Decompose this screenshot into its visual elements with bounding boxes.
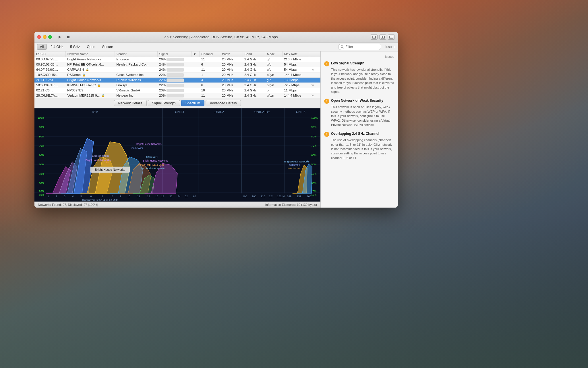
cell-width: 20 MHz: [220, 93, 243, 98]
cell-name: Bright House Networks: [65, 77, 115, 83]
close-button[interactable]: [37, 35, 41, 39]
col-header-channel[interactable]: Channel: [200, 51, 220, 57]
table-header-row: BSSID Network Name Vendor Signal ▼ Chann…: [34, 51, 320, 57]
x-unii3-149: 149: [287, 195, 291, 198]
cell-name: Bright House Networks: [65, 57, 115, 62]
cell-width: 20 MHz: [220, 72, 243, 77]
cell-vendor: Netgear Inc.: [115, 93, 157, 98]
cell-ht: [310, 88, 320, 93]
y-label-20-left: 20%: [39, 190, 44, 193]
cell-mode: b/g: [265, 62, 282, 67]
x-ism-7: 7: [102, 195, 103, 198]
cell-channel: 10: [200, 88, 220, 93]
col-header-maxrate[interactable]: Max Rate: [282, 51, 310, 57]
search-input[interactable]: [338, 44, 381, 50]
issue-desc: The use of overlapping channels (channel…: [324, 138, 394, 160]
x-unii2ext-124: 124: [269, 195, 273, 198]
cell-signal: 26%: [157, 57, 191, 62]
issues-panel-title: Issues: [324, 55, 394, 58]
col-header-sort[interactable]: ▼: [191, 51, 200, 57]
col-header-mode[interactable]: Mode: [265, 51, 282, 57]
x-unii-60: 60: [193, 195, 196, 198]
label-cablewifi: CableWiFi: [131, 147, 143, 150]
issues-list: ! Low Signal Strength This network has l…: [324, 61, 394, 160]
y-label-80-right: 80%: [311, 135, 316, 138]
cell-signal: 20%: [157, 93, 191, 98]
label-ericssonoffline: Ericsson Offline: [92, 154, 109, 157]
cell-sort: [191, 67, 200, 72]
table-row[interactable]: 00:9C:02:0B:... HP-Print-EE-Officejet 6.…: [34, 62, 320, 67]
maximize-button[interactable]: [48, 35, 52, 39]
y-label-10-right: 10%: [311, 193, 316, 196]
col-header-vendor[interactable]: Vendor: [115, 51, 157, 57]
search-wrap: [338, 44, 381, 50]
table-row[interactable]: 2C:5D:93:3... Bright House Networks Ruck…: [34, 77, 320, 83]
cell-bssid: 00:9C:02:0B:...: [34, 62, 65, 67]
status-right: Information Elements: 10 (139 bytes): [265, 203, 317, 206]
x-ism-12: 12: [147, 195, 150, 198]
tab-network-details[interactable]: Network Details: [114, 100, 147, 106]
tab-spectrum[interactable]: Spectrum: [181, 100, 204, 106]
cell-band: 2.4 GHz: [243, 83, 265, 88]
label-verizon: Verizon-MBR1515-9086: [138, 163, 165, 166]
cell-signal: 24%: [157, 67, 191, 72]
filter-24ghz-button[interactable]: 2.4 GHz: [47, 44, 66, 50]
col-header-band[interactable]: Band: [243, 51, 265, 57]
cell-channel: 11: [200, 93, 220, 98]
cell-ht: [310, 72, 320, 77]
filter-secure-button[interactable]: Secure: [99, 44, 116, 50]
x-unii2ext-140: 140: [281, 195, 285, 198]
col-header-bssid[interactable]: BSSID: [34, 51, 65, 57]
x-ism-10: 10: [127, 195, 130, 198]
x-ism-6: 6: [90, 195, 92, 198]
cell-name: KIMWHITAKER-PC 🔒: [65, 83, 115, 88]
play-icon[interactable]: [57, 34, 63, 40]
minimize-button[interactable]: [43, 35, 47, 39]
single-column-view-button[interactable]: [371, 34, 378, 40]
filter-5ghz-button[interactable]: 5 GHz: [67, 44, 83, 50]
cell-sort: [191, 77, 200, 83]
full-view-button[interactable]: [388, 34, 395, 40]
tab-advanced-details[interactable]: Advanced Details: [206, 100, 241, 106]
y-label-30-right: 30%: [311, 182, 316, 185]
tab-bar: Network Details Signal Strength Spectrum…: [34, 98, 320, 108]
col-header-signal[interactable]: Signal: [157, 51, 191, 57]
filter-open-button[interactable]: Open: [84, 44, 98, 50]
split-view-button[interactable]: [379, 34, 386, 40]
cell-width: 20 MHz: [220, 77, 243, 83]
network-table-wrapper[interactable]: BSSID Network Name Vendor Signal ▼ Chann…: [34, 51, 320, 98]
cell-mode: g/n: [265, 77, 282, 83]
y-label-10-left: 10%: [39, 193, 44, 196]
label-bhn-secure2: BHN Secure: [288, 167, 301, 170]
col-header-width[interactable]: Width: [220, 51, 243, 57]
cell-maxrate: 72.2 Mbps: [282, 83, 310, 88]
cell-band: 2.4 GHz: [243, 88, 265, 93]
y-label-100-right: 100%: [311, 116, 318, 119]
issue-item-low-signal: ! Low Signal Strength This network has l…: [324, 61, 394, 94]
cell-bssid: 28:C6:8E:7A:...: [34, 93, 65, 98]
cell-vendor: [115, 67, 157, 72]
y-label-60-left: 60%: [39, 154, 44, 156]
table-row[interactable]: 10:8C:CF:45:... RSDemo 🔒 Cisco Systems I…: [34, 72, 320, 77]
x-ism-3: 3: [64, 195, 65, 198]
table-row[interactable]: 58:6D:8F:13:... KIMWHITAKER-PC 🔒 Linksys…: [34, 83, 320, 88]
filterbar: All 2.4 GHz 5 GHz Open Secure Issues: [34, 43, 398, 51]
cell-name: Verizon-MBR1515-9... 🔒: [65, 93, 115, 98]
stop-icon[interactable]: [65, 34, 71, 40]
table-row[interactable]: 28:C6:8E:7A:... Verizon-MBR1515-9... 🔒 N…: [34, 93, 320, 98]
table-row[interactable]: 02:21:C6:... HP0697B9 VRmagic GmbH 20% 1…: [34, 88, 320, 93]
tab-signal-strength[interactable]: Signal Strength: [148, 100, 180, 106]
issue-icon: !: [324, 132, 329, 137]
table-row[interactable]: 64:0F:29:0C:... CARWASH 🔒 24% 11 20 MHz …: [34, 67, 320, 72]
cell-width: 20 MHz: [220, 62, 243, 67]
col-header-name[interactable]: Network Name: [65, 51, 115, 57]
cell-maxrate: 54 Mbps: [282, 62, 310, 67]
issues-label: Issues: [385, 45, 395, 49]
left-panel: BSSID Network Name Vendor Signal ▼ Chann…: [34, 51, 321, 208]
filter-all-button[interactable]: All: [37, 44, 47, 50]
cell-channel: 4: [200, 77, 220, 83]
x-unii-52: 52: [185, 195, 188, 198]
cell-signal: 22%: [157, 72, 191, 77]
table-row[interactable]: 00:0D:67:25:... Bright House Networks Er…: [34, 57, 320, 62]
cell-ht: [310, 57, 320, 62]
